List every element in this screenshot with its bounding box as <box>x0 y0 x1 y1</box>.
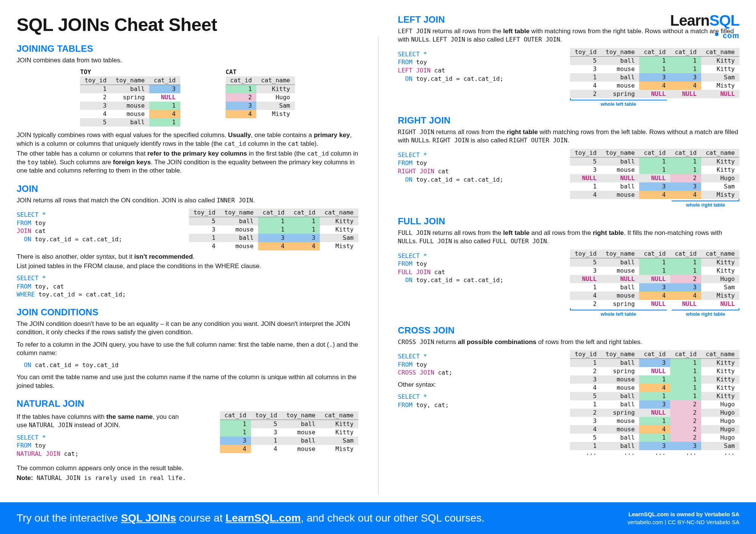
right-annot: whole right table <box>672 201 739 208</box>
full-annot-right: whole right table <box>672 310 739 317</box>
jc-p2: To refer to a column in the JOIN query, … <box>17 341 358 358</box>
nat-p1: If the tables have columns with the same… <box>17 413 182 430</box>
cross-code2: SELECT * FROM toy, cat; <box>398 393 523 409</box>
section-natural-join: NATURAL JOIN <box>17 398 358 409</box>
join-code: SELECT * FROM toy JOIN cat ON toy.cat_id… <box>17 211 141 243</box>
section-cross-join: CROSS JOIN <box>398 325 740 336</box>
footer-banner: Try out the interactive SQL JOINs course… <box>0 502 756 534</box>
right-desc: RIGHT JOIN returns all rows from the rig… <box>398 128 740 145</box>
left-annot: whole left table <box>570 100 666 107</box>
jc-p3: You can omit the table name and use just… <box>17 373 358 390</box>
cross-desc: CROSS JOIN returns all possible combinat… <box>398 338 740 346</box>
cross-result: toy_idtoy_namecat_idcat_idcat_name1ball3… <box>570 350 739 458</box>
footer-right: LearnSQL.com is owned by Vertabelo SA ve… <box>627 510 739 526</box>
right-code: SELECT * FROM toy RIGHT JOIN cat ON toy.… <box>398 151 523 184</box>
section-join-conditions: JOIN CONDITIONS <box>17 307 358 318</box>
left-result: toy_idtoy_namecat_idcat_idcat_name5ball1… <box>570 48 739 98</box>
right-column: LEFT JOIN LEFT JOIN returns all rows fro… <box>398 14 740 495</box>
full-desc: FULL JOIN returns all rows from the left… <box>398 229 740 246</box>
full-annot-left: whole left table <box>570 310 666 317</box>
natural-result: cat_idtoy_idtoy_namecat_name15ballKitty1… <box>220 411 358 453</box>
jc-code: ON cat.cat_id = toy.cat_id <box>17 361 358 369</box>
natural-code: SELECT * FROM toy NATURAL JOIN cat; <box>17 434 182 458</box>
cat-table-title: CAT <box>226 68 295 76</box>
toy-table-title: TOY <box>80 68 180 76</box>
right-result: toy_idtoy_namecat_idcat_idcat_name5ball1… <box>570 149 739 199</box>
footer-link-site[interactable]: LearnSQL.com <box>225 512 301 524</box>
section-joining-tables: JOINING TABLES <box>17 43 358 54</box>
footer-link-course[interactable]: SQL JOINs <box>121 512 176 524</box>
cross-other: Other syntax: <box>398 381 523 389</box>
jc-p1: The JOIN condition doesn't have to be an… <box>17 320 358 337</box>
footer-left: Try out the interactive SQL JOINs course… <box>17 512 485 524</box>
cross-code: SELECT * FROM toy CROSS JOIN cat; <box>398 352 523 377</box>
join-result: toy_idtoy_namecat_idcat_idcat_name5ball1… <box>189 208 358 250</box>
nat-p2: The common column appears only once in t… <box>17 464 358 472</box>
join-code2: SELECT * FROM toy, cat WHERE toy.cat_id … <box>17 274 358 299</box>
join-desc: JOIN returns all rows that match the ON … <box>17 196 358 205</box>
toy-table: toy_idtoy_namecat_id1ball32springNULL3mo… <box>80 76 180 127</box>
full-result: toy_idtoy_namecat_idcat_idcat_name5ball1… <box>570 250 739 308</box>
section-join: JOIN <box>17 184 358 194</box>
section-full-join: FULL JOIN <box>398 216 740 227</box>
full-code: SELECT * FROM toy FULL JOIN cat ON toy.c… <box>398 252 523 284</box>
left-code: SELECT * FROM toy LEFT JOIN cat ON toy.c… <box>398 50 523 83</box>
left-desc: LEFT JOIN returns all rows from the left… <box>398 27 740 44</box>
nat-p3: Note: NATURAL JOIN is rarely used in rea… <box>17 474 358 482</box>
page-title: SQL JOINs Cheat Sheet <box>17 14 358 35</box>
joining-para1: JOIN typically combines rows with equal … <box>17 131 358 148</box>
join-after2: List joined tables in the FROM clause, a… <box>17 262 358 270</box>
section-right-join: RIGHT JOIN <box>398 115 740 126</box>
joining-para2: The other table has a column or columns … <box>17 150 358 175</box>
section-left-join: LEFT JOIN <box>398 14 740 25</box>
joining-intro: JOIN combines data from two tables. <box>17 56 358 65</box>
join-after1: There is also another, older syntax, but… <box>17 253 358 261</box>
left-column: SQL JOINs Cheat Sheet JOINING TABLES JOI… <box>17 14 358 495</box>
cat-table: cat_idcat_name1Kitty2Hugo3Sam4Misty <box>226 76 295 118</box>
